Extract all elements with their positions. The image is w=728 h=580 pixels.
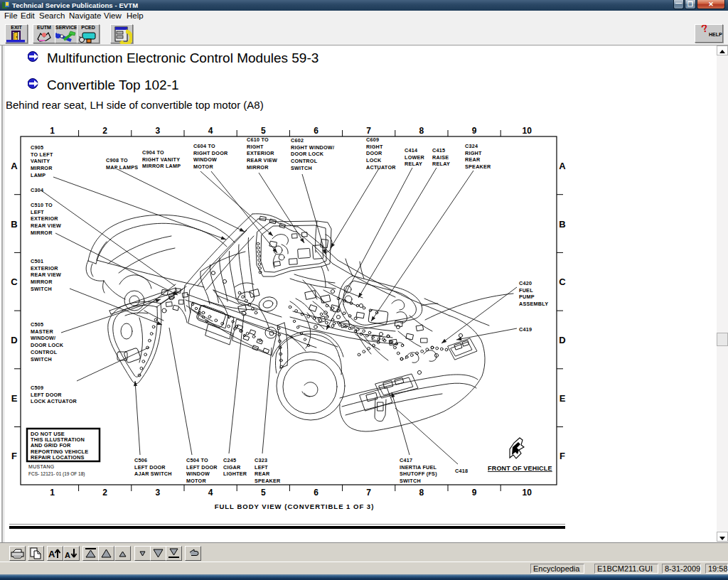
- svg-text:SWITCH: SWITCH: [291, 165, 312, 171]
- svg-text:EXTERIOR: EXTERIOR: [31, 215, 58, 222]
- svg-text:C510 TO: C510 TO: [31, 202, 53, 208]
- svg-text:C604 TO: C604 TO: [193, 143, 215, 149]
- svg-text:LAMP: LAMP: [31, 172, 46, 178]
- svg-text:FUEL: FUEL: [519, 287, 533, 294]
- svg-text:A: A: [65, 551, 70, 559]
- svg-text:9: 9: [472, 126, 477, 136]
- svg-text:RAISE: RAISE: [432, 154, 449, 161]
- svg-text:C: C: [11, 276, 18, 287]
- svg-text:SPEAKER: SPEAKER: [465, 163, 491, 170]
- svg-text:F: F: [560, 451, 565, 461]
- svg-text:AJAR SWITCH: AJAR SWITCH: [134, 471, 172, 477]
- svg-text:CONTROL: CONTROL: [291, 158, 318, 164]
- svg-text:B: B: [11, 219, 17, 230]
- svg-text:REAR: REAR: [465, 156, 481, 163]
- svg-text:MUSTANG: MUSTANG: [28, 464, 55, 469]
- svg-text:A: A: [559, 161, 566, 171]
- svg-text:RIGHT VANITY: RIGHT VANITY: [142, 156, 180, 163]
- svg-text:MIRROR: MIRROR: [31, 165, 53, 171]
- svg-text:RIGHT WINDOW/: RIGHT WINDOW/: [291, 144, 334, 151]
- svg-text:C417: C417: [400, 457, 412, 463]
- svg-text:C602: C602: [291, 137, 304, 144]
- svg-text:C509: C509: [31, 385, 43, 391]
- svg-text:REPAIR LOCATIONS: REPAIR LOCATIONS: [31, 454, 85, 461]
- svg-text:WINDOW/: WINDOW/: [31, 335, 55, 341]
- svg-text:RELAY: RELAY: [432, 161, 450, 167]
- svg-text:2: 2: [102, 488, 107, 498]
- svg-text:REAR VIEW: REAR VIEW: [31, 272, 61, 278]
- svg-text:6: 6: [314, 488, 318, 498]
- svg-text:9: 9: [472, 488, 477, 498]
- svg-text:LEFT DOOR: LEFT DOOR: [186, 464, 218, 471]
- svg-text:MIRROR: MIRROR: [247, 164, 269, 171]
- svg-text:C904 TO: C904 TO: [142, 149, 164, 156]
- svg-text:A: A: [11, 161, 18, 171]
- svg-text:EXTERIOR: EXTERIOR: [247, 150, 274, 156]
- svg-text:C506: C506: [134, 457, 147, 463]
- svg-text:HELP: HELP: [709, 32, 722, 37]
- svg-text:CONTROL: CONTROL: [31, 349, 58, 355]
- svg-text:C420: C420: [519, 280, 532, 286]
- svg-text:TO LEFT: TO LEFT: [31, 151, 53, 158]
- svg-text:2: 2: [102, 126, 107, 136]
- svg-text:MIRROR LAMP: MIRROR LAMP: [142, 163, 181, 169]
- svg-text:MIRROR: MIRROR: [31, 230, 53, 236]
- svg-text:C245: C245: [223, 457, 236, 463]
- svg-text:LOCK ACTUATOR: LOCK ACTUATOR: [31, 398, 77, 404]
- svg-text:B: B: [559, 219, 565, 230]
- svg-text:FRONT OF VEHICLE: FRONT OF VEHICLE: [488, 465, 552, 472]
- svg-text:C304: C304: [31, 187, 43, 193]
- svg-text:6: 6: [314, 126, 318, 136]
- svg-text:C504 TO: C504 TO: [186, 457, 208, 463]
- svg-text:INERTIA FUEL: INERTIA FUEL: [400, 464, 437, 471]
- svg-text:ACTUATOR: ACTUATOR: [366, 164, 396, 171]
- svg-text:DOOR LOCK: DOOR LOCK: [31, 342, 64, 348]
- svg-text:C324: C324: [465, 143, 478, 149]
- svg-text:C609: C609: [366, 136, 379, 143]
- svg-text:REAR VIEW: REAR VIEW: [247, 157, 277, 163]
- svg-text:MOTOR: MOTOR: [193, 163, 213, 170]
- svg-text:FULL BODY VIEW (CONVERTIBLE 1: FULL BODY VIEW (CONVERTIBLE 1 OF 3): [215, 503, 375, 510]
- svg-text:LEFT: LEFT: [255, 464, 268, 471]
- svg-text:SHUTOFF (FS): SHUTOFF (FS): [400, 471, 437, 477]
- svg-text:A: A: [48, 549, 55, 559]
- svg-text:LOWER: LOWER: [405, 154, 425, 161]
- svg-text:MASTER: MASTER: [31, 328, 53, 335]
- svg-text:VANITY: VANITY: [31, 158, 50, 164]
- svg-text:E: E: [560, 393, 566, 404]
- svg-text:RIGHT: RIGHT: [247, 144, 264, 150]
- svg-text:ASSEMBLY: ASSEMBLY: [519, 301, 548, 307]
- svg-text:C414: C414: [405, 147, 417, 154]
- svg-text:3: 3: [156, 488, 161, 498]
- svg-text:4: 4: [208, 488, 213, 498]
- svg-text:RELAY: RELAY: [405, 161, 422, 167]
- svg-text:C: C: [559, 276, 566, 287]
- svg-text:C501: C501: [31, 258, 43, 264]
- svg-text:D: D: [559, 335, 565, 345]
- svg-text:C418: C418: [455, 468, 468, 474]
- svg-text:C323: C323: [255, 457, 267, 463]
- svg-text:E: E: [11, 393, 18, 404]
- svg-text:C610 TO: C610 TO: [247, 136, 269, 143]
- svg-text:5: 5: [261, 126, 266, 136]
- svg-text:4: 4: [208, 126, 213, 136]
- svg-text:CIGAR: CIGAR: [223, 464, 241, 471]
- svg-text:LOCK: LOCK: [366, 157, 382, 163]
- svg-text:F: F: [11, 451, 17, 461]
- svg-text:WINDOW: WINDOW: [186, 471, 210, 477]
- svg-text:7: 7: [366, 488, 371, 498]
- svg-text:C905: C905: [31, 144, 43, 151]
- svg-text:3: 3: [156, 126, 161, 136]
- svg-text:EXTERIOR: EXTERIOR: [31, 265, 58, 272]
- svg-text:10: 10: [523, 488, 532, 498]
- svg-text:LEFT DOOR: LEFT DOOR: [31, 392, 62, 398]
- svg-text:8: 8: [419, 488, 424, 498]
- svg-text:REAR: REAR: [255, 471, 270, 477]
- svg-text:5: 5: [261, 488, 266, 498]
- svg-text:PUMP: PUMP: [519, 294, 535, 300]
- svg-text:LEFT DOOR: LEFT DOOR: [134, 464, 166, 471]
- svg-text:D: D: [11, 335, 17, 345]
- svg-text:RIGHT: RIGHT: [465, 150, 482, 156]
- svg-text:SWITCH: SWITCH: [31, 356, 52, 362]
- svg-text:1: 1: [50, 488, 55, 498]
